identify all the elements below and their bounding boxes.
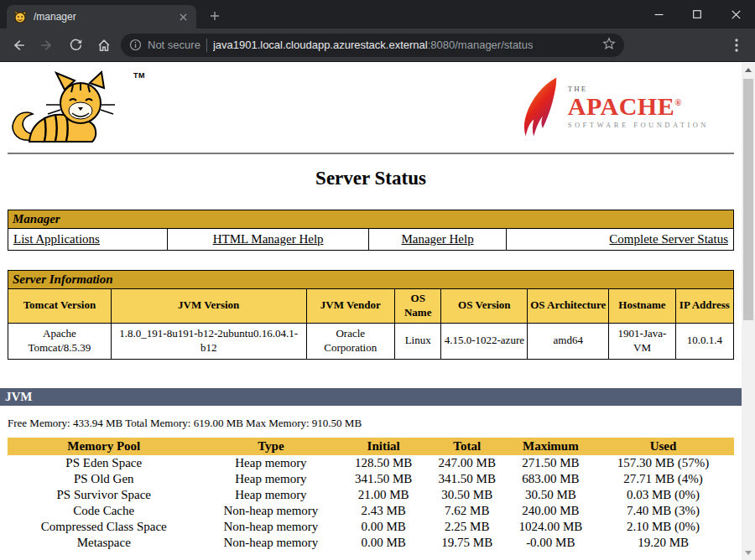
manager-section-title: Manager [8, 210, 734, 229]
cell: 27.71 MB (4%) [592, 471, 734, 487]
page-viewport: TM THE APACHE® SOFTWARE [0, 63, 742, 560]
manager-links-row: List Applications HTML Manager Help Mana… [8, 229, 734, 251]
cell: Non-heap memory [200, 519, 342, 535]
cell: 0.00 MB [341, 535, 425, 551]
cell-os-architecture: amd64 [528, 323, 609, 359]
col-header: IP Address [675, 289, 733, 324]
col-header: Initial [341, 438, 425, 455]
apache-logo: THE APACHE® SOFTWARE FOUNDATION [519, 75, 709, 140]
url-text: java1901.local.cloudapp.azurestack.exter… [213, 39, 534, 51]
cell: PS Eden Space [8, 455, 200, 471]
server-information-table: Server Information Tomcat Version JVM Ve… [8, 270, 734, 360]
col-header: Tomcat Version [8, 289, 112, 324]
cell: PS Survivor Space [8, 487, 200, 503]
header-rule [8, 153, 734, 154]
cell-jvm-vendor: Oracle Corporation [306, 323, 395, 359]
cell: Heap memory [200, 487, 342, 503]
apache-logo-text: THE APACHE® SOFTWARE FOUNDATION [568, 86, 709, 128]
cell: 240.00 MB [509, 503, 593, 519]
cell: 7.62 MB [425, 503, 509, 519]
scrollbar-thumb[interactable] [743, 79, 753, 320]
bookmark-star-icon[interactable] [602, 37, 616, 53]
cell: -0.00 MB [509, 535, 593, 551]
browser-toolbar: Not secure java1901.local.cloudapp.azure… [0, 29, 755, 62]
cell: 19.75 MB [425, 535, 509, 551]
cell-os-version: 4.15.0-1022-azure [441, 323, 528, 359]
cell: Compressed Class Space [8, 519, 200, 535]
cell: 2.25 MB [425, 519, 509, 535]
memory-pool-table: Memory Pool Type Initial Total Maximum U… [8, 438, 734, 551]
cell: 0.03 MB (0%) [592, 487, 734, 503]
maximize-icon[interactable] [678, 0, 716, 29]
memory-row: PS Survivor Space Heap memory 21.00 MB 3… [8, 487, 734, 503]
minimize-icon[interactable] [639, 0, 678, 29]
col-header: Used [592, 438, 734, 455]
server-info-section-title: Server Information [8, 271, 734, 289]
manager-title-row: Manager [8, 210, 734, 229]
link-html-manager-help[interactable]: HTML Manager Help [213, 232, 324, 246]
memory-row: PS Eden Space Heap memory 128.50 MB 247.… [8, 455, 734, 471]
cell-jvm-version: 1.8.0_191-8u191-b12-2ubuntu0.16.04.1-b12 [111, 323, 306, 359]
link-manager-help[interactable]: Manager Help [401, 232, 473, 246]
cell: 683.00 MB [509, 471, 593, 487]
scrollbar-up-icon[interactable] [742, 63, 755, 77]
cell: 2.43 MB [341, 503, 425, 519]
cell: 0.00 MB [341, 519, 425, 535]
cell: 157.30 MB (57%) [592, 455, 734, 471]
window-controls [639, 0, 755, 29]
apache-subtitle: SOFTWARE FOUNDATION [568, 122, 709, 129]
col-header: JVM Vendor [306, 289, 395, 324]
col-header: JVM Version [111, 289, 306, 324]
tomcat-cat-image [8, 70, 132, 148]
cell: Non-heap memory [200, 535, 342, 551]
server-info-header-row: Tomcat Version JVM Version JVM Vendor OS… [8, 289, 734, 324]
manager-nav-table: Manager List Applications HTML Manager H… [8, 210, 734, 251]
cell: 19.20 MB [592, 535, 734, 551]
col-header: Memory Pool [8, 438, 200, 455]
cell: 1024.00 MB [509, 519, 593, 535]
col-header: Total [425, 438, 509, 455]
cell: Heap memory [200, 471, 342, 487]
security-label: Not secure [148, 39, 200, 51]
tab-title: /manager [34, 11, 169, 23]
memory-row: Compressed Class Space Non-heap memory 0… [8, 519, 734, 535]
scrollbar-down-icon[interactable] [742, 546, 755, 560]
new-tab-icon[interactable] [205, 6, 225, 26]
cell: 21.00 MB [341, 487, 425, 503]
server-info-title-row: Server Information [8, 271, 734, 289]
link-list-applications[interactable]: List Applications [13, 232, 100, 246]
cell-hostname: 1901-Java-VM [609, 323, 676, 359]
back-icon[interactable] [7, 34, 30, 57]
cell: Heap memory [200, 455, 342, 471]
cell: 30.50 MB [509, 487, 593, 503]
link-complete-server-status[interactable]: Complete Server Status [609, 232, 728, 246]
col-header: OS Architecture [528, 289, 609, 324]
page-scrollbar[interactable] [742, 63, 755, 560]
cell: Non-heap memory [200, 503, 342, 519]
url-host: java1901.local.cloudapp.azurestack.exter… [213, 39, 428, 51]
memory-header-row: Memory Pool Type Initial Total Maximum U… [8, 438, 734, 455]
close-icon[interactable] [716, 0, 755, 29]
info-icon[interactable] [129, 39, 142, 51]
jvm-section-header: JVM [0, 388, 742, 406]
home-icon[interactable] [92, 34, 116, 57]
reload-icon[interactable] [64, 34, 87, 57]
col-header: Maximum [509, 438, 593, 455]
tomcat-trademark: TM [133, 71, 145, 80]
browser-tab[interactable]: /manager [7, 5, 196, 29]
cell: PS Old Gen [8, 471, 200, 487]
cell: 247.00 MB [425, 455, 509, 471]
browser-titlebar: /manager [0, 0, 755, 29]
registered-mark: ® [674, 97, 682, 107]
address-bar[interactable]: Not secure java1901.local.cloudapp.azure… [121, 34, 624, 57]
jvm-memory-summary: Free Memory: 433.94 MB Total Memory: 619… [8, 417, 734, 430]
browser-menu-icon[interactable] [725, 34, 748, 57]
logo-row: TM THE APACHE® SOFTWARE [8, 70, 734, 151]
memory-row: Metaspace Non-heap memory 0.00 MB 19.75 … [8, 535, 734, 551]
forward-icon[interactable] [35, 34, 59, 57]
col-header: Type [200, 438, 342, 455]
tab-close-icon[interactable] [176, 10, 190, 23]
cell: Code Cache [8, 503, 200, 519]
apache-wordmark: APACHE® [568, 94, 709, 119]
cell: Metaspace [8, 535, 200, 551]
